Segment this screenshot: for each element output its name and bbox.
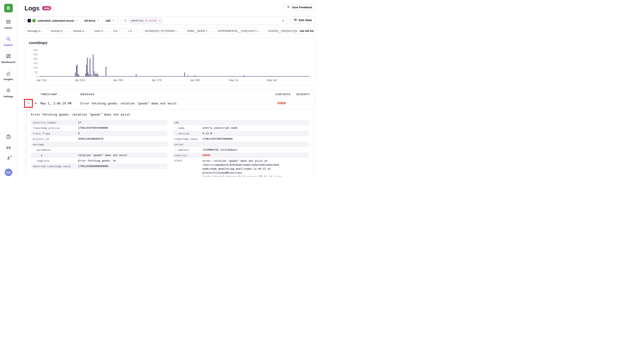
search-token[interactable]: severity is error × [129,18,162,24]
x-axis-label: Apr 29th [190,79,200,82]
logs-chart-panel: count(logs) 050100150200250300 Apr 21stA… [24,38,315,86]
attribute-value: 9.12.0 [202,131,212,135]
settings-gear-icon [6,88,11,94]
detail-attribute-row[interactable]: project_id4509118548606976 [31,136,168,142]
filter-chip[interactable]: 0 is … [111,28,124,34]
date-range-selector[interactable]: 14D [102,17,118,25]
x-axis-label: May 1st [229,79,238,82]
sidebar-item-dashboards[interactable]: Dashboards [1,54,16,64]
detail-attribute-row[interactable]: observed_timestamp_nanos1746135983000000… [31,163,168,169]
detail-attribute-row[interactable]: severity_number17 [31,120,168,125]
detail-title: Error fetching goods: relation "goods" d… [31,113,309,116]
detail-attribute-row[interactable]: message [31,142,168,147]
main-content: Logs beta Give Feedback unborked, unbork… [17,0,322,177]
detail-attribute-row[interactable]: namesentry.javascript.node [172,125,309,131]
environment-selector[interactable]: All Envs [81,17,102,25]
detail-attribute-row[interactable]: stackerror: relation "goods" does not ex… [172,158,309,177]
filter-chip[interactable]: ADVANCED_FILTERING > … [142,28,183,34]
detail-attribute-row[interactable]: server [172,142,309,147]
detail-attribute-row[interactable]: version9.12.0 [172,131,309,136]
search-bar[interactable]: severity is error × × [121,16,287,25]
sidebar-item-explore[interactable]: Explore [4,36,13,46]
sidebar-item-insights[interactable]: Insights [4,71,13,81]
detail-attribute-row[interactable]: severityERROR [172,153,309,158]
annotation-highlight [24,99,33,108]
dashboards-icon [6,54,11,59]
log-detail-card: Error fetching goods: relation "goods" d… [27,109,313,177]
attribute-value: 1746135979897000000 [78,126,108,130]
detail-attribute-row[interactable]: sdk [172,120,309,125]
log-timestamp: May 1, 2:46:19 PM [40,102,80,105]
help-icon[interactable] [6,134,11,139]
column-header-severity[interactable]: SEVERITY [290,93,315,96]
detail-attribute-row[interactable]: timestamp_precise1746135979897000000 [31,125,168,131]
attribute-key: version [178,132,189,135]
sidebar-nav: Issues Explore Dashboards Insights [1,19,16,98]
project-platform-icon-node [32,19,36,23]
broadcast-icon[interactable] [6,145,11,150]
sidebar-item-settings[interactable]: Settings [4,88,13,98]
org-logo[interactable]: B [4,4,13,13]
filter-chip[interactable]: release is … [70,28,90,34]
filter-chip[interactable]: severity is … [48,28,68,34]
column-header-message[interactable]: MESSAGE [80,93,270,96]
tree-connector-icon [33,148,36,150]
x-axis-label: Apr 27th [152,79,162,82]
tree-connector-icon [33,159,36,161]
chevron-down-icon [97,19,100,22]
tree-connector-icon [175,126,177,128]
page-filter-bar: unborked, unborked-server All Envs 14D [24,16,118,25]
chart-bar [136,74,136,76]
attribute-value: 17 [78,121,81,124]
detail-attribute-row[interactable]: addressJ12PWN42YQ.localdomain [172,147,309,153]
sidebar-item-label: Explore [4,44,13,46]
environment-selector-label: All Envs [84,19,95,22]
attribute-value: Error fetching goods: %s [78,159,116,163]
x-axis-label: Apr 23rd [75,79,85,82]
attribute-key: name [178,127,185,130]
user-avatar[interactable]: CA [5,169,12,176]
chart-bar [106,67,106,76]
chart-bar [188,75,188,76]
column-header-cartdata[interactable]: CARTDATA [270,93,290,96]
attribute-value: J12PWN42YQ.localdomain [202,148,238,152]
x-axis-tickmark [195,77,196,78]
sidebar-item-issues[interactable]: Issues [4,19,12,29]
attribute-key: sdk [174,121,179,124]
attribute-key: address [178,148,189,151]
clear-search-icon[interactable]: × [282,19,284,23]
filter-chip[interactable]: DARK__MODE > … [184,28,214,34]
sidebar-item-label: Issues [4,27,12,29]
table-header: TIMESTAMP ↓ MESSAGE CARTDATA SEVERITY [25,90,315,99]
project-selector[interactable]: unborked, unborked-server [25,17,81,25]
attribute-key: template [37,159,49,162]
detail-attribute-row[interactable]: parameter [31,147,168,153]
column-header-timestamp[interactable]: TIMESTAMP ↓ [40,93,80,96]
filter-chip[interactable]: trace is … [92,28,109,34]
remove-token-icon[interactable]: × [159,19,160,22]
log-row[interactable]: May 1, 2:46:19 PM Error fetching goods: … [25,99,315,108]
chart-bar [78,74,78,76]
detail-attribute-row[interactable]: trace_flags0 [31,131,168,136]
see-full-list-button[interactable]: See full list [297,28,316,34]
filter-chip[interactable]: 1 is … [125,28,138,34]
log-message: Error fetching goods: relation "goods" d… [80,102,270,105]
feedback-megaphone-icon [287,5,290,9]
chart-bar [95,73,96,76]
filter-chip[interactable]: EXPERIMENTAL__CHECKOUT > … [215,28,264,34]
whats-new-flame-icon[interactable] [6,156,11,161]
filter-chips: See full list message is …severity is …r… [24,28,315,34]
edit-table-label: Edit Table [299,19,312,22]
filter-chip[interactable]: message is … [24,28,46,34]
expand-row-button[interactable] [26,101,31,106]
x-axis-label: Apr 25th [114,79,124,82]
detail-attribute-row[interactable]: timestamp_nanos1746135979897000000 [172,136,309,142]
edit-table-button[interactable]: Edit Table [290,16,315,24]
detail-attribute-row[interactable]: 0relation "goods" does not exist [31,153,168,158]
attribute-value: 4509118548606976 [78,137,104,141]
give-feedback-button[interactable]: Give Feedback [284,4,315,11]
detail-attribute-row[interactable]: templateError fetching goods: %s [31,158,168,163]
attribute-value: 1746135979897000000 [202,137,233,141]
page-title: Logs [24,5,40,12]
chart-bar [244,75,244,76]
